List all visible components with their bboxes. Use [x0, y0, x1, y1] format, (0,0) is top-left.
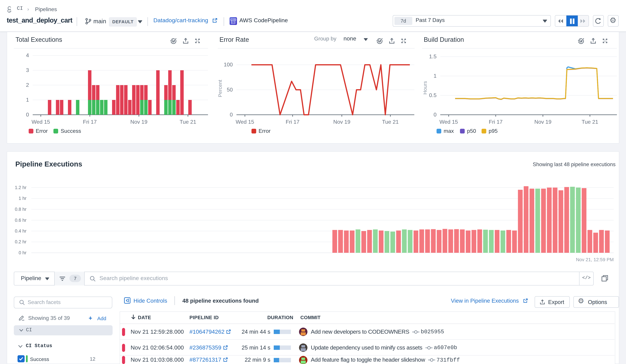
- svg-text:0.8 hr: 0.8 hr: [15, 207, 27, 212]
- svg-text:Tue 21: Tue 21: [180, 119, 196, 125]
- svg-text:3: 3: [26, 67, 29, 73]
- svg-text:0: 0: [433, 111, 436, 118]
- svg-text:0.6 hr: 0.6 hr: [15, 218, 27, 223]
- svg-text:Error: Error: [36, 128, 48, 134]
- svg-text:4: 4: [26, 52, 29, 58]
- svg-text:Success: Success: [61, 128, 81, 134]
- svg-text:Nov 19: Nov 19: [130, 119, 147, 125]
- svg-text:Nov 21, 12:59 PM: Nov 21, 12:59 PM: [576, 257, 614, 262]
- svg-text:max: max: [444, 128, 454, 134]
- svg-text:Fri 17: Fri 17: [83, 119, 97, 125]
- svg-text:0.4 hr: 0.4 hr: [15, 228, 27, 234]
- svg-text:0 hr: 0 hr: [19, 250, 27, 255]
- svg-text:1.2 hr: 1.2 hr: [15, 185, 27, 190]
- svg-text:0: 0: [26, 111, 29, 118]
- svg-text:Wed 15: Wed 15: [439, 119, 458, 125]
- svg-text:2: 2: [26, 82, 29, 88]
- svg-text:50: 50: [227, 87, 233, 93]
- svg-text:Fri 17: Fri 17: [489, 119, 503, 125]
- svg-text:Tue 21: Tue 21: [582, 119, 598, 125]
- svg-text:1 hr: 1 hr: [19, 196, 27, 201]
- svg-text:Wed 15: Wed 15: [236, 119, 254, 125]
- svg-text:Nov 19: Nov 19: [534, 119, 551, 125]
- svg-text:100: 100: [224, 62, 233, 68]
- svg-text:Error: Error: [259, 128, 271, 134]
- svg-text:1: 1: [433, 73, 436, 79]
- svg-text:p50: p50: [467, 128, 476, 134]
- svg-text:Nov 19: Nov 19: [333, 119, 350, 125]
- svg-text:Wed 15: Wed 15: [32, 119, 50, 125]
- svg-text:Tue 21: Tue 21: [382, 119, 399, 125]
- svg-text:0.2 hr: 0.2 hr: [15, 239, 27, 244]
- svg-text:0.5: 0.5: [429, 92, 436, 98]
- svg-text:Hours: Hours: [422, 81, 428, 95]
- svg-text:p95: p95: [489, 128, 498, 134]
- svg-text:1: 1: [26, 97, 29, 103]
- svg-text:Fri 17: Fri 17: [286, 119, 300, 125]
- svg-text:1.5: 1.5: [429, 53, 436, 60]
- svg-text:0: 0: [230, 111, 233, 118]
- svg-text:Percent: Percent: [217, 80, 223, 97]
